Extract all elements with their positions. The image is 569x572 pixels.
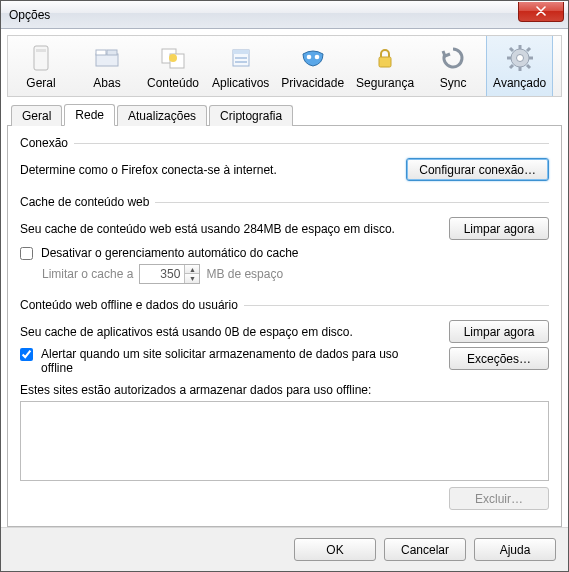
cache-limit-input[interactable] <box>140 265 184 283</box>
network-panel: Conexão Determine como o Firefox conecta… <box>7 126 562 527</box>
offline-list-label: Estes sites estão autorizados a armazena… <box>20 383 371 397</box>
toolbar-item-label: Avançado <box>493 76 546 90</box>
svg-rect-4 <box>107 50 117 55</box>
client-area: Geral Abas Conteúdo Aplicativos <box>1 29 568 527</box>
svg-rect-1 <box>36 49 46 52</box>
toolbar-item-label: Privacidade <box>281 76 344 90</box>
title-bar: Opções <box>1 1 568 29</box>
svg-rect-10 <box>235 57 247 59</box>
toolbar-item-label: Sync <box>440 76 467 90</box>
spinner-down[interactable]: ▼ <box>185 274 199 283</box>
applications-icon <box>225 42 257 74</box>
close-icon <box>536 6 546 16</box>
help-button[interactable]: Ajuda <box>474 538 556 561</box>
window-title: Opções <box>9 8 50 22</box>
divider <box>74 143 549 144</box>
svg-rect-11 <box>235 61 247 63</box>
privacy-mask-icon <box>297 42 329 74</box>
svg-line-23 <box>527 48 530 51</box>
divider <box>244 305 549 306</box>
svg-line-22 <box>527 65 530 68</box>
webcache-group: Cache de conteúdo web Seu cache de conte… <box>20 195 549 284</box>
sync-icon <box>437 42 469 74</box>
tabs-icon <box>91 42 123 74</box>
tab-encryption[interactable]: Criptografia <box>209 105 293 126</box>
toolbar-item-applications[interactable]: Aplicativos <box>206 36 275 96</box>
close-button[interactable] <box>518 2 564 22</box>
remove-site-button[interactable]: Excluir… <box>449 487 549 510</box>
spinner-up[interactable]: ▲ <box>185 265 199 274</box>
limit-cache-suffix: MB de espaço <box>206 267 283 281</box>
toolbar-item-privacy[interactable]: Privacidade <box>275 36 350 96</box>
toolbar-item-content[interactable]: Conteúdo <box>140 36 206 96</box>
tab-general[interactable]: Geral <box>11 105 62 126</box>
svg-point-13 <box>314 55 319 60</box>
offline-sites-listbox[interactable] <box>20 401 549 481</box>
category-toolbar: Geral Abas Conteúdo Aplicativos <box>7 35 562 97</box>
lock-icon <box>369 42 401 74</box>
offline-status: Seu cache de aplicativos está usando 0B … <box>20 325 439 339</box>
configure-connection-button[interactable]: Configurar conexão… <box>406 158 549 181</box>
toolbar-item-security[interactable]: Segurança <box>350 36 420 96</box>
alert-offline-label: Alertar quando um site solicitar armazen… <box>41 347 401 375</box>
cache-limit-spinner[interactable]: ▲ ▼ <box>139 264 200 284</box>
limit-cache-prefix: Limitar o cache a <box>42 267 133 281</box>
toolbar-item-general[interactable]: Geral <box>8 36 74 96</box>
toolbar-item-sync[interactable]: Sync <box>420 36 486 96</box>
disable-auto-cache-label: Desativar o gerenciamento automático do … <box>41 246 298 260</box>
alert-offline-checkbox[interactable] <box>20 348 33 361</box>
exceptions-button[interactable]: Exceções… <box>449 347 549 370</box>
tab-updates[interactable]: Atualizações <box>117 105 207 126</box>
svg-point-7 <box>169 54 177 62</box>
svg-rect-2 <box>96 54 118 66</box>
cancel-button[interactable]: Cancelar <box>384 538 466 561</box>
svg-point-12 <box>306 55 311 60</box>
webcache-heading: Cache de conteúdo web <box>20 195 149 209</box>
disable-auto-cache-checkbox[interactable] <box>20 247 33 260</box>
connection-description: Determine como o Firefox conecta-se à in… <box>20 163 396 177</box>
toolbar-item-label: Conteúdo <box>147 76 199 90</box>
tab-network[interactable]: Rede <box>64 104 115 126</box>
advanced-tabstrip: Geral Rede Atualizações Criptografia <box>7 103 562 126</box>
clear-webcache-button[interactable]: Limpar agora <box>449 217 549 240</box>
options-window: Opções Geral Abas <box>0 0 569 572</box>
clear-appcache-button[interactable]: Limpar agora <box>449 320 549 343</box>
general-icon <box>25 42 57 74</box>
svg-rect-3 <box>96 50 106 55</box>
toolbar-item-label: Segurança <box>356 76 414 90</box>
connection-heading: Conexão <box>20 136 68 150</box>
svg-rect-9 <box>233 50 249 54</box>
ok-button[interactable]: OK <box>294 538 376 561</box>
gear-icon <box>504 42 536 74</box>
divider <box>155 202 549 203</box>
dialog-footer: OK Cancelar Ajuda <box>1 527 568 571</box>
toolbar-item-advanced[interactable]: Avançado <box>486 36 553 96</box>
connection-group: Conexão Determine como o Firefox conecta… <box>20 136 549 181</box>
offline-group: Conteúdo web offline e dados do usuário … <box>20 298 549 510</box>
webcache-status: Seu cache de conteúdo web está usando 28… <box>20 222 439 236</box>
toolbar-item-label: Geral <box>26 76 55 90</box>
offline-heading: Conteúdo web offline e dados do usuário <box>20 298 238 312</box>
svg-point-16 <box>516 55 523 62</box>
toolbar-item-label: Aplicativos <box>212 76 269 90</box>
svg-rect-14 <box>379 57 391 67</box>
svg-line-24 <box>510 65 513 68</box>
toolbar-item-label: Abas <box>93 76 120 90</box>
content-icon <box>157 42 189 74</box>
toolbar-item-tabs[interactable]: Abas <box>74 36 140 96</box>
svg-line-21 <box>510 48 513 51</box>
